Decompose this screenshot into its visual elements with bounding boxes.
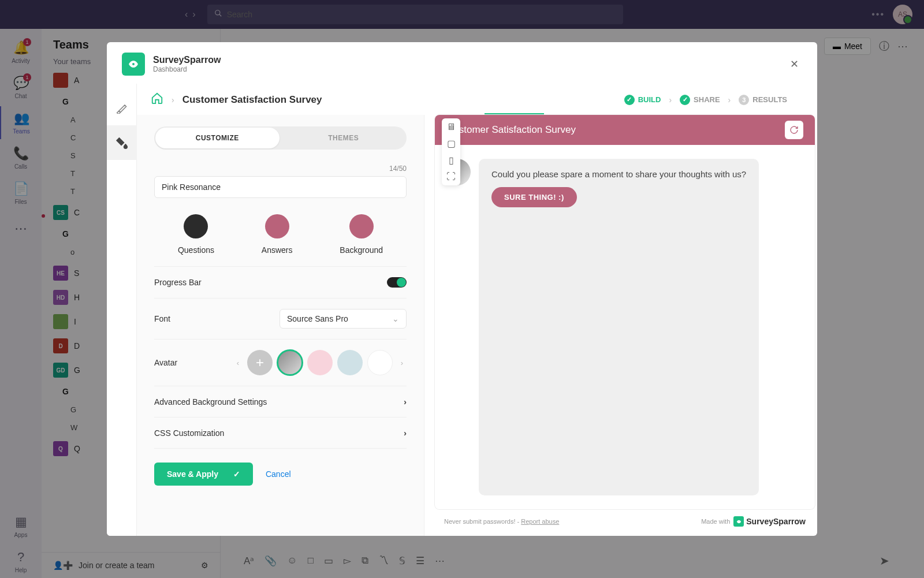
advanced-bg-row[interactable]: Advanced Background Settings › [154,386,407,417]
check-icon: ✓ [680,95,690,105]
avatar-add[interactable]: + [247,350,273,375]
step-share[interactable]: ✓ SHARE [680,95,720,105]
mini-sidebar [107,84,137,536]
disclaimer-text: Never submit passwords! - [444,518,521,525]
sure-thing-button[interactable]: SURE THING! :) [491,187,577,207]
report-abuse-link[interactable]: Report abuse [521,518,559,525]
chevron-right-icon: › [404,428,407,438]
tab-customize[interactable]: CUSTOMIZE [155,128,280,148]
avatar-option-1[interactable] [277,350,303,375]
chevron-right-icon: › [404,397,407,407]
background-color-label: Background [340,245,383,255]
style-tab-icon[interactable] [107,125,137,160]
avatar-prev-icon[interactable]: ‹ [233,359,243,367]
css-custom-row[interactable]: CSS Customization › [154,417,407,449]
avatar-option-4[interactable] [367,350,393,375]
avatar-option-2[interactable] [307,350,333,375]
check-icon: ✓ [624,95,635,105]
step-build[interactable]: ✓ BUILD [624,95,661,105]
chevron-right-icon: › [669,95,672,105]
answers-color-label: Answers [262,245,293,255]
surveysparrow-modal: SurveySparrow Dashboard ✕ [107,42,817,536]
device-switcher: 🖥 ▢ ▯ ⛶ [442,118,460,185]
chevron-right-icon: › [172,95,174,105]
modal-overlay: SurveySparrow Dashboard ✕ [0,0,924,578]
chat-bubble: Could you please spare a moment to share… [479,159,759,495]
step-number: 3 [739,95,749,105]
preview-panel: Customer Satisfaction Survey 🖥 ▢ ▯ ⛶ [435,115,815,536]
name-counter: 14/50 [154,165,407,173]
chevron-down-icon: ⌄ [392,314,399,323]
customize-panel: CUSTOMIZE THEMES 14/50 Questions [137,115,424,536]
preview-header: Customer Satisfaction Survey [435,115,815,145]
surveysparrow-logo [122,53,145,76]
avatar-option-3[interactable] [337,350,363,375]
modal-app-name: SurveySparrow [153,55,221,65]
survey-title: Customer Satisfaction Survey [182,94,322,106]
segmented-control: CUSTOMIZE THEMES [154,126,407,150]
chat-question: Could you please spare a moment to share… [491,169,746,179]
font-label: Font [154,314,170,323]
tablet-icon[interactable]: ▢ [447,138,456,149]
questions-color-label: Questions [178,245,214,255]
fullscreen-icon[interactable]: ⛶ [446,171,456,182]
step-results[interactable]: 3 RESULTS [739,95,787,105]
refresh-icon[interactable] [785,121,803,139]
close-icon[interactable]: ✕ [786,56,802,72]
surveysparrow-brand[interactable]: SurveySparrow [733,516,806,527]
questions-color-swatch[interactable] [184,214,208,238]
theme-name-input[interactable] [154,176,407,198]
answers-color-swatch[interactable] [265,214,289,238]
tab-themes[interactable]: THEMES [282,128,406,148]
home-icon[interactable] [151,92,163,107]
cancel-button[interactable]: Cancel [266,469,291,479]
design-tab-icon[interactable] [107,91,137,125]
avatar-next-icon[interactable]: › [397,359,407,367]
modal-app-sub: Dashboard [153,65,221,73]
progress-bar-label: Progress Bar [154,278,202,287]
progress-bar-toggle[interactable] [387,277,407,288]
desktop-icon[interactable]: 🖥 [446,122,456,132]
avatar-label: Avatar [154,358,177,367]
check-icon: ✓ [233,469,240,479]
font-select[interactable]: Source Sans Pro ⌄ [280,309,407,329]
save-apply-button[interactable]: Save & Apply ✓ [154,463,253,486]
background-color-swatch[interactable] [349,214,374,238]
chevron-right-icon: › [728,95,731,105]
breadcrumb-row: › Customer Satisfaction Survey ✓ BUILD ›… [137,84,817,113]
mobile-icon[interactable]: ▯ [449,155,454,166]
